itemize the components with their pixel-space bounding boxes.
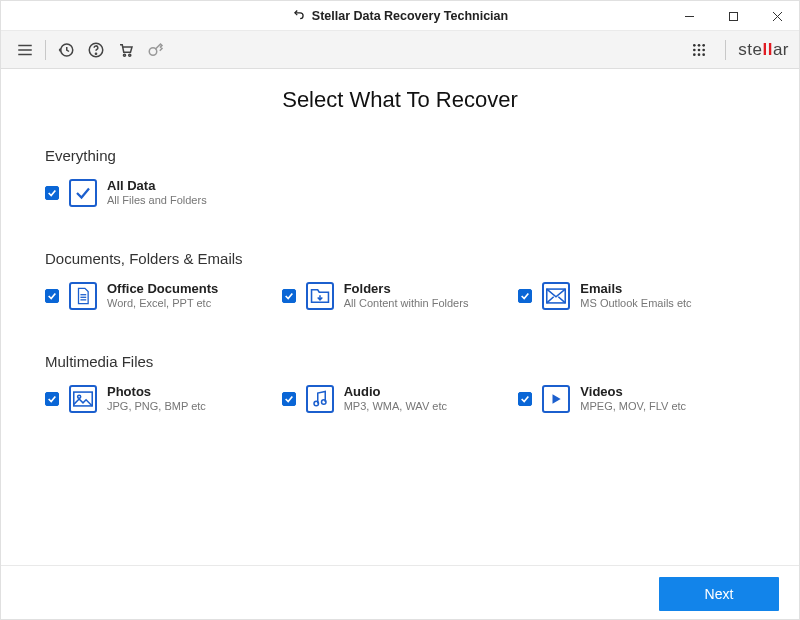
svg-point-21: [703, 53, 706, 56]
svg-point-15: [703, 44, 706, 47]
close-button[interactable]: [755, 1, 799, 31]
checkbox-office-documents[interactable]: [45, 289, 59, 303]
section-everything: Everything All Data All Files and Folder…: [45, 147, 755, 208]
music-note-icon: [306, 385, 334, 413]
svg-point-16: [693, 48, 696, 51]
back-arrow-icon: [292, 7, 306, 24]
checkbox-audio[interactable]: [282, 392, 296, 406]
svg-point-10: [123, 54, 125, 56]
checkbox-emails[interactable]: [518, 289, 532, 303]
option-sub: MPEG, MOV, FLV etc: [580, 400, 686, 414]
titlebar: Stellar Data Recovery Technician: [1, 1, 799, 31]
footer: Next: [1, 565, 799, 620]
checkmark-icon: [69, 179, 97, 207]
svg-marker-30: [553, 394, 561, 403]
option-title: Videos: [580, 384, 686, 400]
activate-button[interactable]: [142, 36, 170, 64]
help-button[interactable]: [82, 36, 110, 64]
svg-point-20: [698, 53, 701, 56]
window-title: Stellar Data Recovery Technician: [312, 9, 508, 23]
envelope-icon: [542, 282, 570, 310]
checkbox-videos[interactable]: [518, 392, 532, 406]
title-wrap: Stellar Data Recovery Technician: [292, 7, 508, 24]
option-sub: JPG, PNG, BMP etc: [107, 400, 206, 414]
option-photos: Photos JPG, PNG, BMP etc: [45, 384, 282, 414]
section-title-documents: Documents, Folders & Emails: [45, 250, 755, 267]
cart-button[interactable]: [112, 36, 140, 64]
section-documents: Documents, Folders & Emails Office Docum…: [45, 250, 755, 311]
play-icon: [542, 385, 570, 413]
next-button[interactable]: Next: [659, 577, 779, 611]
menu-button[interactable]: [11, 36, 39, 64]
option-sub: MS Outlook Emails etc: [580, 297, 691, 311]
option-sub: MP3, WMA, WAV etc: [344, 400, 447, 414]
option-sub: All Files and Folders: [107, 194, 207, 208]
content: Select What To Recover Everything All Da…: [1, 69, 799, 565]
checkbox-folders[interactable]: [282, 289, 296, 303]
option-all-data: All Data All Files and Folders: [45, 178, 295, 208]
svg-point-11: [129, 54, 131, 56]
option-title: Folders: [344, 281, 469, 297]
svg-point-14: [698, 44, 701, 47]
svg-point-17: [698, 48, 701, 51]
svg-point-18: [703, 48, 706, 51]
svg-point-29: [321, 400, 326, 405]
option-folders: Folders All Content within Folders: [282, 281, 519, 311]
brand-logo: stellar: [738, 40, 789, 60]
option-emails: Emails MS Outlook Emails etc: [518, 281, 755, 311]
window-controls: [667, 1, 799, 31]
section-multimedia: Multimedia Files Photos JPG, PNG, BMP et…: [45, 353, 755, 414]
maximize-button[interactable]: [711, 1, 755, 31]
image-icon: [69, 385, 97, 413]
checkbox-photos[interactable]: [45, 392, 59, 406]
svg-point-13: [693, 44, 696, 47]
folder-icon: [306, 282, 334, 310]
separator: [725, 40, 726, 60]
separator: [45, 40, 46, 60]
option-sub: Word, Excel, PPT etc: [107, 297, 218, 311]
option-office-documents: Office Documents Word, Excel, PPT etc: [45, 281, 282, 311]
minimize-button[interactable]: [667, 1, 711, 31]
toolbar: stellar: [1, 31, 799, 69]
checkbox-all-data[interactable]: [45, 186, 59, 200]
svg-point-27: [78, 395, 81, 398]
svg-point-28: [314, 401, 319, 406]
option-title: Photos: [107, 384, 206, 400]
option-title: Emails: [580, 281, 691, 297]
document-icon: [69, 282, 97, 310]
page-title: Select What To Recover: [45, 87, 755, 113]
option-title: Audio: [344, 384, 447, 400]
svg-rect-1: [729, 12, 737, 20]
option-videos: Videos MPEG, MOV, FLV etc: [518, 384, 755, 414]
section-title-multimedia: Multimedia Files: [45, 353, 755, 370]
apps-grid-button[interactable]: [685, 36, 713, 64]
option-sub: All Content within Folders: [344, 297, 469, 311]
history-button[interactable]: [52, 36, 80, 64]
svg-point-19: [693, 53, 696, 56]
svg-point-9: [95, 53, 96, 54]
option-audio: Audio MP3, WMA, WAV etc: [282, 384, 519, 414]
section-title-everything: Everything: [45, 147, 755, 164]
option-title: Office Documents: [107, 281, 218, 297]
option-title: All Data: [107, 178, 207, 194]
